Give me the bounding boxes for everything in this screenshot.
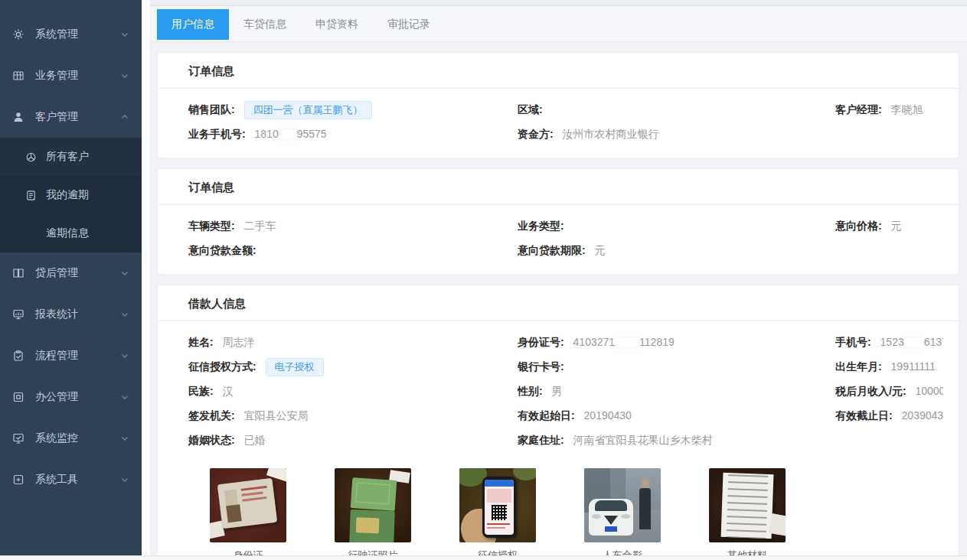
chevron-down-icon: [120, 269, 129, 278]
photo-thumbnails: 身份证 行驶证照片: [188, 453, 943, 560]
chevron-down-icon: [120, 475, 129, 484]
tools-icon: [12, 474, 25, 486]
credit-auth-photo[interactable]: [459, 468, 536, 542]
field-issuing-authority: 签发机关: 宜阳县公安局: [188, 409, 518, 423]
photo-credit-auth[interactable]: 征信授权: [459, 468, 536, 560]
field-birth-date: 出生年月: 19911111: [835, 360, 943, 374]
photo-document[interactable]: 其他材料: [709, 468, 786, 560]
sidebar-submenu-customer: 所有客户 我的逾期 逾期信息: [0, 138, 142, 252]
sidebar-item-system-monitor[interactable]: 系统监控: [0, 418, 142, 459]
field-mobile: 手机号: 15236137: [835, 336, 943, 350]
field-intended-loan-amount: 意向贷款金额:: [188, 244, 518, 258]
chevron-down-icon: [120, 310, 129, 319]
field-marital-status: 婚姻状态: 已婚: [188, 434, 518, 448]
sidebar-item-label: 系统管理: [35, 28, 120, 41]
tab-loan-application-docs[interactable]: 申贷资料: [301, 9, 373, 40]
field-valid-until: 有效截止日: 20390430: [835, 409, 943, 423]
grid-icon: [12, 70, 25, 82]
office-icon: [12, 391, 25, 403]
field-fund-provider: 资金方: 汝州市农村商业银行: [518, 128, 835, 142]
chevron-down-icon: [120, 71, 129, 80]
redaction-box: [616, 337, 639, 347]
sidebar-item-report-stats[interactable]: 报表统计: [0, 294, 142, 335]
sidebar-item-system-mgmt[interactable]: 系统管理: [0, 14, 142, 55]
sidebar-item-label: 业务管理: [35, 69, 120, 83]
report-icon: [12, 308, 25, 321]
top-strip: [151, 0, 967, 6]
monitor-icon: [12, 432, 25, 444]
field-valid-from: 有效起始日: 20190430: [518, 409, 835, 423]
vertical-scrollbar[interactable]: [142, 0, 151, 555]
card-order-info-2: 订单信息 车辆类型: 二手车 业务类型: 意向价格: 元: [157, 168, 959, 275]
process-icon: [12, 350, 25, 362]
id-card-photo[interactable]: [210, 468, 286, 542]
sidebar: 系统管理 业务管理 客户管理 所有客户: [0, 0, 142, 555]
field-name: 姓名: 周志洋: [188, 336, 518, 350]
sidebar-item-business-mgmt[interactable]: 业务管理: [0, 55, 142, 96]
field-monthly-income: 税后月收入/元: 10000: [835, 385, 943, 399]
field-credit-auth-method: 征信授权方式: 电子授权: [188, 358, 518, 376]
sidebar-item-label: 贷后管理: [35, 266, 120, 280]
field-home-address: 家庭住址: 河南省宜阳县花果山乡木柴村: [518, 434, 835, 448]
sidebar-item-overdue-info[interactable]: 逾期信息: [0, 214, 142, 252]
field-bank-card: 银行卡号:: [518, 360, 835, 374]
overdue-list-icon: [25, 190, 37, 201]
sidebar-item-label: 逾期信息: [46, 226, 89, 240]
sidebar-item-my-overdue[interactable]: 我的逾期: [0, 176, 142, 214]
sidebar-item-label: 系统监控: [35, 431, 120, 445]
person-car-photo[interactable]: [584, 468, 661, 542]
field-gender: 性别: 男: [518, 385, 835, 399]
tab-bar: 用户信息 车贷信息 申贷资料 审批记录: [151, 6, 967, 42]
redaction-box: [279, 129, 296, 139]
horizontal-scrollbar[interactable]: [0, 555, 967, 560]
card-title: 订单信息: [158, 53, 959, 89]
chevron-down-icon: [120, 434, 129, 443]
customers-icon: [25, 151, 37, 163]
book-icon: [12, 267, 25, 279]
scroll-area: 订单信息 销售团队: 四团一营（直属王鹏飞） 区域: 客户经理: 李晓旭: [151, 42, 967, 560]
card-title: 借款人信息: [158, 285, 959, 321]
sidebar-item-label: 流程管理: [35, 349, 120, 363]
handwritten-document-photo[interactable]: [709, 468, 786, 542]
chevron-down-icon: [120, 30, 129, 39]
sidebar-item-label: 系统工具: [35, 473, 120, 487]
card-order-info-1: 订单信息 销售团队: 四团一营（直属王鹏飞） 区域: 客户经理: 李晓旭: [157, 52, 959, 158]
photo-id-card[interactable]: 身份证: [210, 468, 286, 560]
gear-icon: [12, 28, 25, 41]
card-borrower-info: 借款人信息 姓名: 周志洋 身份证号: 4103271112819 手机号: 1…: [157, 285, 959, 560]
tab-car-loan-info[interactable]: 车贷信息: [229, 9, 301, 40]
sidebar-item-postloan-mgmt[interactable]: 贷后管理: [0, 252, 142, 294]
field-id-number: 身份证号: 4103271112819: [518, 336, 835, 350]
sidebar-item-customer-mgmt[interactable]: 客户管理: [0, 96, 142, 138]
redaction-box: [905, 337, 923, 347]
vehicle-license-photo[interactable]: [335, 468, 411, 542]
sidebar-item-office-mgmt[interactable]: 办公管理: [0, 376, 142, 418]
field-sales-team: 销售团队: 四团一营（直属王鹏飞）: [188, 101, 518, 119]
field-account-manager: 客户经理: 李晓旭: [835, 103, 943, 117]
sidebar-item-all-customers[interactable]: 所有客户: [0, 138, 142, 176]
photo-person-car[interactable]: 人车合影: [584, 468, 661, 560]
chevron-down-icon: [120, 392, 129, 402]
sidebar-item-label: 报表统计: [35, 308, 120, 321]
user-icon: [12, 111, 25, 123]
field-vehicle-type: 车辆类型: 二手车: [188, 220, 518, 233]
sidebar-item-process-mgmt[interactable]: 流程管理: [0, 335, 142, 376]
sidebar-item-label: 客户管理: [35, 110, 120, 124]
qr-code: [492, 505, 507, 520]
chevron-up-icon: [120, 112, 129, 122]
sidebar-item-system-tools[interactable]: 系统工具: [0, 459, 142, 500]
field-intended-loan-term: 意向贷款期限: 元: [518, 244, 835, 258]
sidebar-item-label: 所有客户: [46, 150, 89, 164]
field-intended-price: 意向价格: 元: [835, 220, 943, 233]
tab-approval-records[interactable]: 审批记录: [373, 9, 445, 40]
chevron-down-icon: [120, 351, 129, 360]
sidebar-item-label: 办公管理: [35, 390, 120, 404]
field-business-type: 业务类型:: [518, 220, 835, 233]
photo-vehicle-license[interactable]: 行驶证照片: [335, 468, 411, 560]
sidebar-item-label: 我的逾期: [46, 188, 89, 202]
tab-user-info[interactable]: 用户信息: [157, 9, 229, 40]
sales-team-tag[interactable]: 四团一营（直属王鹏飞）: [244, 101, 372, 119]
credit-auth-tag[interactable]: 电子授权: [266, 358, 324, 376]
field-region: 区域:: [518, 103, 835, 117]
main-content: 用户信息 车贷信息 申贷资料 审批记录 订单信息 销售团队: 四团一营（直属王鹏…: [151, 0, 967, 555]
